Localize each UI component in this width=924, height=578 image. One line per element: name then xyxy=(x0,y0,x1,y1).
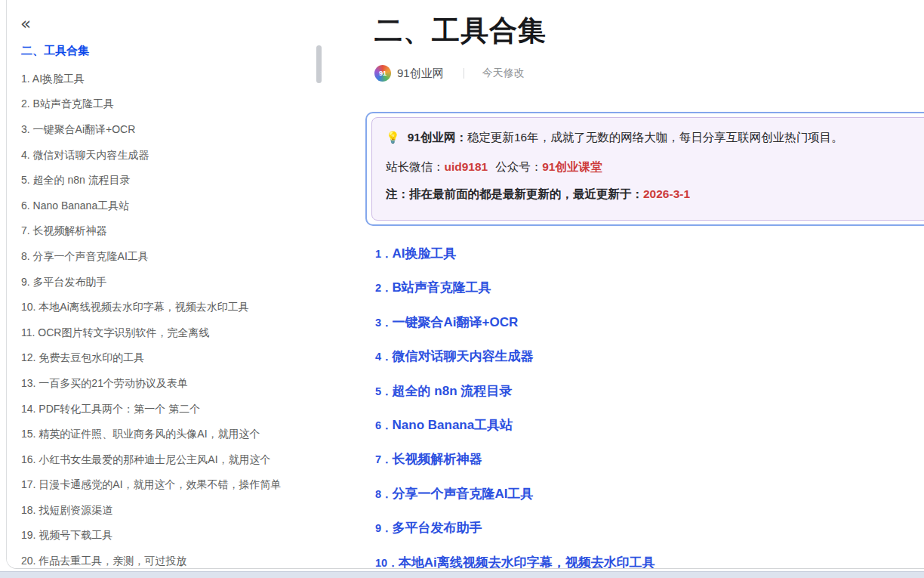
tool-link-list: 1．AI换脸工具 2．B站声音克隆工具 3．一键聚合Ai翻译+OCR 4．微信对… xyxy=(375,246,655,569)
update-note-label: 注：排在最前面的都是最新更新的，最近更新于： xyxy=(386,187,643,200)
toc-item-7[interactable]: 7. 长视频解析神器 xyxy=(21,219,319,245)
link-number: 3． xyxy=(375,314,393,332)
link-number: 5． xyxy=(375,383,393,400)
tool-link-10[interactable]: 10．本地Ai离线视频去水印字幕，视频去水印工具 xyxy=(375,555,655,569)
tool-link-2[interactable]: 2．B站声音克隆工具 xyxy=(375,280,655,314)
link-label: 微信对话聊天内容生成器 xyxy=(393,348,534,365)
notice-line-3: 注：排在最前面的都是最新更新的，最近更新于：2026-3-1 xyxy=(386,184,924,203)
toc-item-8[interactable]: 8. 分享一个声音克隆AI工具 xyxy=(21,244,319,270)
toc-item-20[interactable]: 20. 作品去重工具，亲测，可过投放 xyxy=(21,549,319,569)
toc-item-1[interactable]: 1. AI换脸工具 xyxy=(21,66,319,92)
tool-link-8[interactable]: 8．分享一个声音克隆AI工具 xyxy=(375,486,655,520)
tool-link-5[interactable]: 5．超全的 n8n 流程目录 xyxy=(375,383,655,417)
tool-link-1[interactable]: 1．AI换脸工具 xyxy=(375,246,655,280)
author-avatar: 91 xyxy=(374,65,391,82)
link-number: 6． xyxy=(375,417,393,434)
notice-intro-text: 稳定更新16年，成就了无数的网络大咖，每日分享互联网创业热门项目。 xyxy=(467,131,843,144)
document-main: 二、工具合集 91 91创业网 今天修改 💡91创业网：稳定更新16年，成就了无… xyxy=(368,0,924,568)
link-number: 1． xyxy=(375,246,393,263)
toc-item-5[interactable]: 5. 超全的 n8n 流程目录 xyxy=(21,168,319,193)
avatar-label: 91 xyxy=(379,70,387,77)
toc-item-3[interactable]: 3. 一键聚合Ai翻译+OCR xyxy=(21,117,319,143)
official-account-name: 91创业课堂 xyxy=(542,160,602,173)
update-date: 2026-3-1 xyxy=(643,187,690,200)
link-label: 分享一个声音克隆AI工具 xyxy=(393,486,534,502)
notice-line-2: 站长微信：uid9181公众号：91创业课堂 xyxy=(386,157,924,176)
toc-item-19[interactable]: 19. 视频号下载工具 xyxy=(21,524,319,549)
wechat-id: uid9181 xyxy=(445,160,488,173)
toc-item-16[interactable]: 16. 小红书女生最爱的那种迪士尼公主风AI，就用这个 xyxy=(21,447,319,473)
link-label: 超全的 n8n 流程目录 xyxy=(393,383,513,400)
page-title: 二、工具合集 xyxy=(374,12,547,50)
toc-title[interactable]: 二、工具合集 xyxy=(21,44,89,58)
meta-divider xyxy=(464,68,464,79)
tool-link-3[interactable]: 3．一键聚合Ai翻译+OCR xyxy=(375,314,655,348)
last-modified: 今天修改 xyxy=(482,66,525,80)
tool-link-4[interactable]: 4．微信对话聊天内容生成器 xyxy=(375,348,655,382)
document-window: « 二、工具合集 1. AI换脸工具 2. B站声音克隆工具 3. 一键聚合Ai… xyxy=(6,0,924,569)
link-label: AI换脸工具 xyxy=(393,246,457,262)
notice-callout: 💡91创业网：稳定更新16年，成就了无数的网络大咖，每日分享互联网创业热门项目。… xyxy=(371,117,924,221)
toc-item-15[interactable]: 15. 精英的证件照、职业商务风的头像AI，就用这个 xyxy=(21,422,319,447)
link-label: 本地Ai离线视频去水印字幕，视频去水印工具 xyxy=(399,555,655,569)
toc-item-18[interactable]: 18. 找短剧资源渠道 xyxy=(21,498,319,524)
link-label: 多平台发布助手 xyxy=(393,520,482,536)
tool-link-7[interactable]: 7．长视频解析神器 xyxy=(375,451,655,485)
toc-item-2[interactable]: 2. B站声音克隆工具 xyxy=(21,92,319,118)
lightbulb-icon: 💡 xyxy=(386,131,400,144)
link-number: 9． xyxy=(375,520,393,537)
link-label: 长视频解析神器 xyxy=(393,451,482,468)
wechat-label: 站长微信： xyxy=(386,160,445,173)
toc-item-10[interactable]: 10. 本地Ai离线视频去水印字幕，视频去水印工具 xyxy=(21,295,319,320)
notice-line-1: 💡91创业网：稳定更新16年，成就了无数的网络大咖，每日分享互联网创业热门项目。 xyxy=(386,128,924,147)
sidebar-scrollbar-thumb[interactable] xyxy=(316,45,322,83)
doc-meta-row: 91 91创业网 今天修改 xyxy=(374,65,525,82)
sidebar-toc: « 二、工具合集 1. AI换脸工具 2. B站声音克隆工具 3. 一键聚合Ai… xyxy=(7,0,331,568)
toc-item-11[interactable]: 11. OCR图片转文字识别软件，完全离线 xyxy=(21,320,319,346)
link-number: 2． xyxy=(375,280,393,297)
notice-site-name: 91创业网： xyxy=(408,131,467,144)
toc-item-6[interactable]: 6. Nano Banana工具站 xyxy=(21,193,319,219)
link-label: 一键聚合Ai翻译+OCR xyxy=(393,314,519,331)
toc-item-17[interactable]: 17. 日漫卡通感觉的AI，就用这个，效果不错，操作简单 xyxy=(21,473,319,499)
link-label: B站声音克隆工具 xyxy=(393,280,491,296)
toc-item-13[interactable]: 13. 一百多买的21个劳动协议及表单 xyxy=(21,371,319,397)
toc-item-4[interactable]: 4. 微信对话聊天内容生成器 xyxy=(21,143,319,168)
toc-item-9[interactable]: 9. 多平台发布助手 xyxy=(21,270,319,295)
link-number: 10． xyxy=(375,555,399,569)
link-label: Nano Banana工具站 xyxy=(393,417,513,434)
link-number: 7． xyxy=(375,451,393,468)
sidebar-collapse-icon[interactable]: « xyxy=(20,15,31,32)
link-number: 4． xyxy=(375,348,393,366)
author-name: 91创业网 xyxy=(397,66,444,81)
toc-item-14[interactable]: 14. PDF转化工具两个：第一个 第二个 xyxy=(21,397,319,422)
link-number: 8． xyxy=(375,486,393,503)
official-account-label: 公众号： xyxy=(495,160,542,173)
tool-link-6[interactable]: 6．Nano Banana工具站 xyxy=(375,417,655,451)
tool-link-9[interactable]: 9．多平台发布助手 xyxy=(375,520,655,554)
toc-list: 1. AI换脸工具 2. B站声音克隆工具 3. 一键聚合Ai翻译+OCR 4.… xyxy=(21,66,319,569)
taskbar-edge xyxy=(0,571,924,578)
toc-item-12[interactable]: 12. 免费去豆包水印的工具 xyxy=(21,346,319,372)
